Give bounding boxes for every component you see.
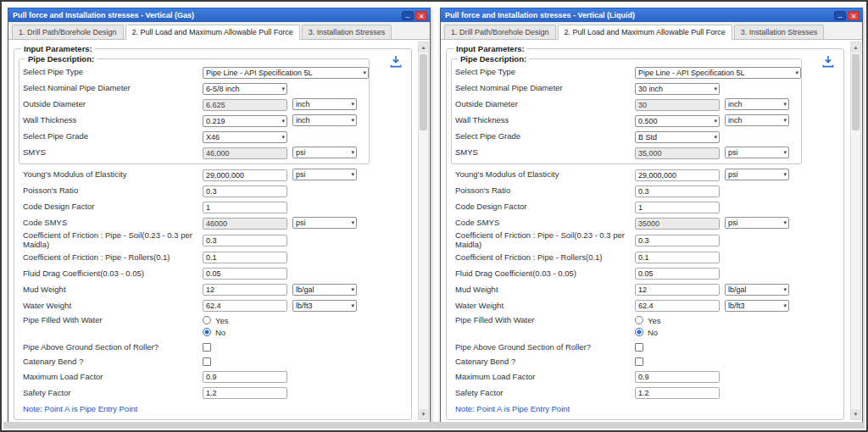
coefficient-of-friction-pipe-soil-0-23-0-3-per-maidla-input[interactable] xyxy=(203,235,287,246)
catenary-bend-checkbox[interactable] xyxy=(203,357,211,366)
minimize-button[interactable]: – xyxy=(402,11,414,20)
pipe-description-fieldset: Pipe Description: Select Pipe TypePipe L… xyxy=(19,54,370,164)
scroll-up-icon[interactable]: ▲ xyxy=(851,42,860,53)
outside-diameter-unit-select[interactable]: inch▾ xyxy=(725,98,789,110)
field-row: Pipe Above Ground Section of Roller? xyxy=(23,341,406,355)
chevron-down-icon: ▾ xyxy=(349,117,354,124)
fluid-drag-coefficient-0-03-0-05-input[interactable] xyxy=(635,268,720,280)
smys-unit-select[interactable]: psi▾ xyxy=(292,147,357,158)
scroll-down-icon[interactable]: ▼ xyxy=(419,409,428,419)
mud-weight-unit-select[interactable]: lb/gal▾ xyxy=(292,284,357,296)
mud-weight-input[interactable] xyxy=(635,284,720,296)
smys-unit-select[interactable]: psi▾ xyxy=(725,147,789,158)
safety-factor-input[interactable] xyxy=(635,387,720,399)
safety-factor-input[interactable] xyxy=(203,387,287,399)
close-button[interactable]: ✕ xyxy=(848,11,860,20)
tab-drill-path-borehole-design[interactable]: 1. Drill Path/Borehole Design xyxy=(12,25,124,39)
scrollbar-thumb[interactable] xyxy=(420,54,427,130)
pipe-above-ground-section-of-roller-checkbox[interactable] xyxy=(635,343,643,352)
field-row: Select Nominal Pipe Diameter30 inch▾ xyxy=(455,80,801,97)
chevron-down-icon: ▾ xyxy=(712,86,717,92)
code-smys-input[interactable] xyxy=(203,218,287,230)
code-design-factor-input[interactable] xyxy=(635,202,720,213)
poisson-s-ratio-input[interactable] xyxy=(203,186,287,197)
water-weight-unit-select[interactable]: lb/ft3▾ xyxy=(292,300,357,312)
code-smys-unit-select[interactable]: psi▾ xyxy=(725,217,789,229)
catenary-bend-checkbox[interactable] xyxy=(635,357,643,366)
outside-diameter-input[interactable] xyxy=(203,99,287,111)
tab-installation-stresses[interactable]: 3. Installation Stresses xyxy=(734,25,825,39)
water-weight-label: Water Weight xyxy=(23,302,203,311)
select-nominal-pipe-diameter-select[interactable]: 30 inch▾ xyxy=(635,83,720,95)
outside-diameter-unit-select[interactable]: inch▾ xyxy=(292,98,357,110)
titlebar[interactable]: Pull force and Installation stresses - V… xyxy=(441,8,862,22)
fluid-drag-coefficient-0-03-0-05-input[interactable] xyxy=(203,268,287,280)
pipe-above-ground-section-of-roller-checkbox[interactable] xyxy=(203,343,211,352)
scrollbar-thumb[interactable] xyxy=(852,54,860,130)
wall-thickness-select[interactable]: 0.500▾ xyxy=(635,115,720,127)
wall-thickness-unit-select[interactable]: inch▾ xyxy=(292,114,357,126)
minimize-button[interactable]: – xyxy=(834,11,846,20)
field-row: Select Nominal Pipe Diameter6-5/8 inch▾ xyxy=(23,80,369,97)
titlebar[interactable]: Pull force and Installation stresses - V… xyxy=(8,8,430,22)
code-design-factor-input[interactable] xyxy=(203,202,287,213)
poisson-s-ratio-input[interactable] xyxy=(635,186,720,197)
maximum-load-factor-input[interactable] xyxy=(635,371,720,383)
code-smys-input[interactable] xyxy=(635,218,720,230)
tab-pull-load-and-maximum-allowable-pull-force[interactable]: 2. Pull Load and Maximum Allowable Pull … xyxy=(125,25,300,40)
young-s-modulus-of-elasticity-input[interactable] xyxy=(203,169,287,181)
pipe-above-ground-section-of-roller-label: Pipe Above Ground Section of Roller? xyxy=(23,343,203,352)
wall-thickness-select[interactable]: 0.219▾ xyxy=(203,115,287,127)
water-weight-unit-select[interactable]: lb/ft3▾ xyxy=(725,300,789,312)
code-smys-unit-select[interactable]: psi▾ xyxy=(292,217,357,229)
coefficient-of-friction-pipe-rollers-0-1-input[interactable] xyxy=(635,252,720,263)
chevron-down-icon: ▾ xyxy=(712,118,717,125)
select-pipe-grade-select[interactable]: B Std▾ xyxy=(635,131,720,143)
radio-icon xyxy=(203,328,211,336)
scroll-up-icon[interactable]: ▲ xyxy=(419,42,428,53)
note-text: Note: Point A is Pipe Entry Point xyxy=(23,404,406,413)
scroll-down-icon[interactable]: ▼ xyxy=(851,409,860,419)
maximum-load-factor-input[interactable] xyxy=(203,371,287,383)
wall-thickness-unit-select[interactable]: inch▾ xyxy=(725,114,789,126)
coefficient-of-friction-pipe-soil-0-23-0-3-per-maidla-label: Coefficient of Friction : Pipe - Soil(0.… xyxy=(455,231,635,250)
pipe-filled-with-water-option-yes[interactable]: Yes xyxy=(203,316,229,325)
coefficient-of-friction-pipe-rollers-0-1-input[interactable] xyxy=(203,252,287,263)
maximum-load-factor-label: Maximum Load Factor xyxy=(23,373,203,382)
select-pipe-type-select[interactable]: Pipe Line - API Specification 5L▾ xyxy=(203,67,369,79)
water-weight-input[interactable] xyxy=(203,300,287,312)
smys-input[interactable] xyxy=(203,147,287,159)
tab-drill-path-borehole-design[interactable]: 1. Drill Path/Borehole Design xyxy=(444,25,556,39)
download-icon[interactable] xyxy=(389,55,403,68)
pipe-filled-with-water-option-yes[interactable]: Yes xyxy=(635,316,661,325)
download-icon[interactable] xyxy=(821,55,835,68)
select-nominal-pipe-diameter-label: Select Nominal Pipe Diameter xyxy=(455,84,635,93)
pipe-filled-with-water-option-no[interactable]: No xyxy=(635,328,661,337)
outside-diameter-input[interactable] xyxy=(635,99,720,111)
vertical-scrollbar[interactable]: ▲ ▼ xyxy=(418,42,429,420)
close-button[interactable]: ✕ xyxy=(415,11,427,20)
young-s-modulus-of-elasticity-unit-select[interactable]: psi▾ xyxy=(725,169,789,180)
chevron-down-icon: ▾ xyxy=(280,86,285,92)
coefficient-of-friction-pipe-soil-0-23-0-3-per-maidla-input[interactable] xyxy=(635,235,720,246)
horizontal-scrollbar[interactable] xyxy=(3,422,865,429)
fluid-drag-coefficient-0-03-0-05-label: Fluid Drag Coefficient(0.03 - 0.05) xyxy=(455,269,635,279)
mud-weight-input[interactable] xyxy=(203,284,287,296)
field-row: Mud Weightlb/gal▾ xyxy=(23,282,406,298)
tab-installation-stresses[interactable]: 3. Installation Stresses xyxy=(302,25,392,39)
window-title: Pull force and Installation stresses - V… xyxy=(13,11,400,19)
water-weight-input[interactable] xyxy=(635,300,720,312)
select-nominal-pipe-diameter-select[interactable]: 6-5/8 inch▾ xyxy=(203,83,287,95)
chevron-down-icon: ▾ xyxy=(349,302,354,309)
pipe-description-legend: Pipe Description: xyxy=(25,54,97,64)
smys-input[interactable] xyxy=(635,147,720,159)
vertical-scrollbar[interactable]: ▲ ▼ xyxy=(850,42,861,420)
pipe-filled-with-water-option-no[interactable]: No xyxy=(203,328,229,337)
mud-weight-unit-select[interactable]: lb/gal▾ xyxy=(725,284,789,296)
tab-pull-load-and-maximum-allowable-pull-force[interactable]: 2. Pull Load and Maximum Allowable Pull … xyxy=(558,25,732,40)
young-s-modulus-of-elasticity-input[interactable] xyxy=(635,169,720,181)
select-pipe-grade-select[interactable]: X46▾ xyxy=(203,131,287,143)
select-pipe-type-select[interactable]: Pipe Line - API Specification 5L▾ xyxy=(635,67,801,79)
young-s-modulus-of-elasticity-unit-select[interactable]: psi▾ xyxy=(292,169,357,180)
catenary-bend-label: Catenary Bend ? xyxy=(23,357,203,367)
